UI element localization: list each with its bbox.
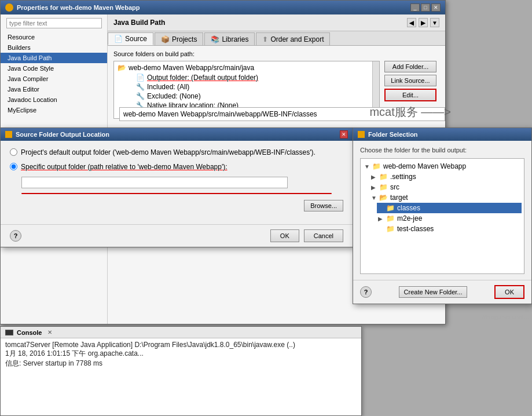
main-title-bar: Properties for web-demo Maven Webapp _ □… [1, 1, 445, 14]
browse-button[interactable]: Browse... [304, 200, 343, 211]
tree-included[interactable]: 🔧 Included: (All) [134, 82, 378, 92]
ft-src[interactable]: ▶ 📁 src [370, 182, 522, 192]
tree-output-folder[interactable]: 📄 Output folder: (Default output folder) [134, 73, 378, 82]
tab-bar: 📄 Source 📦 Projects 📚 Libraries ⬆ Order … [108, 31, 445, 46]
src-folder-icon: 📁 [379, 183, 388, 191]
nav-resource[interactable]: Resource [1, 32, 107, 42]
close-button[interactable]: ✕ [431, 3, 441, 12]
add-folder-button[interactable]: Add Folder... [384, 61, 436, 72]
ft-settings[interactable]: ▶ 📁 .settings [370, 171, 522, 182]
source-folders-label: Source folders on build path: [113, 50, 439, 57]
folder-dialog-description: Choose the folder for the build output: [360, 147, 524, 154]
expand-m2e-icon: ▶ [378, 216, 384, 222]
source-dialog-footer: ? OK Cancel [1, 224, 353, 247]
excluded-icon: 🔧 [136, 92, 145, 100]
radio-specific-label: Specific output folder (path relative to… [21, 162, 228, 172]
folder-dialog-ok[interactable]: OK [494, 285, 524, 299]
window-icon [5, 3, 13, 12]
source-dialog-content: Project's default output folder ('web-de… [1, 141, 353, 224]
console-content: tomcat7Server [Remote Java Application] … [1, 338, 361, 415]
source-folder-dialog: Source Folder Output Location ✕ Project'… [0, 127, 353, 247]
order-tab-icon: ⬆ [262, 35, 268, 43]
dropdown-arrow[interactable]: ▼ [430, 18, 439, 27]
source-dialog-help[interactable]: ? [10, 230, 21, 242]
libraries-tab-icon: 📚 [211, 35, 219, 43]
radio-default-label: Project's default output folder ('web-de… [21, 148, 315, 158]
folder-dialog-icon [358, 131, 365, 138]
minimize-button[interactable]: _ [410, 3, 420, 12]
watermark-text: //blog.csdn.net... [482, 313, 529, 320]
maximize-button[interactable]: □ [421, 3, 430, 12]
folder-dialog-footer: ? Create New Folder... OK [353, 280, 531, 304]
folder-selection-dialog: Folder Selection Choose the folder for t… [353, 127, 532, 304]
ft-root[interactable]: ▼ 📁 web-demo Maven Webapp [363, 161, 522, 171]
folder-open-icon: 📂 [118, 64, 126, 72]
radio-specific-input[interactable] [10, 163, 17, 170]
background-text: mcat服务 ——> [369, 104, 451, 120]
nav-java-editor[interactable]: Java Editor [1, 84, 107, 94]
expand-settings-icon: ▶ [371, 174, 377, 180]
right-header: Java Build Path ◀ ▶ ▼ [108, 14, 445, 31]
ft-test-classes[interactable]: 📁 test-classes [377, 224, 522, 234]
source-dialog-cancel[interactable]: Cancel [304, 229, 343, 242]
tab-projects[interactable]: 📦 Projects [155, 32, 203, 45]
console-title-bar: Console ✕ [1, 327, 361, 338]
tree-root-item[interactable]: 📂 web-demo Maven Webapp/src/main/java [115, 63, 378, 73]
ft-classes[interactable]: 📁 classes [377, 203, 522, 213]
console-line1: 1月 18, 2016 1:01:15 下午 org.apache.cata..… [5, 349, 357, 359]
console-line2: 信息: Server startup in 7788 ms [5, 359, 357, 368]
nav-javadoc-location[interactable]: Javadoc Location [1, 94, 107, 105]
console-icon [5, 330, 13, 335]
radio-default-input[interactable] [10, 148, 17, 156]
nav-builders[interactable]: Builders [1, 42, 107, 53]
folder-tree[interactable]: ▼ 📁 web-demo Maven Webapp ▶ 📁 .settings … [360, 158, 524, 274]
folder-dialog-title: Folder Selection [368, 131, 418, 138]
target-folder-icon: 📂 [379, 194, 388, 202]
expand-target-icon: ▼ [371, 195, 377, 201]
settings-folder-icon: 📁 [379, 173, 388, 181]
forward-arrow[interactable]: ▶ [419, 18, 428, 27]
ft-m2e-jee[interactable]: ▶ 📁 m2e-jee [377, 213, 522, 224]
source-dialog-icon [5, 131, 12, 138]
source-dialog-titlebar: Source Folder Output Location ✕ [1, 128, 353, 141]
m2e-folder-icon: 📁 [386, 214, 395, 222]
expand-src-icon: ▶ [371, 184, 377, 191]
specific-path-input[interactable] [21, 177, 288, 188]
test-folder-icon: 📁 [386, 225, 395, 233]
red-underline-decoration [21, 193, 332, 194]
tab-libraries[interactable]: 📚 Libraries [204, 32, 255, 45]
source-dialog-ok[interactable]: OK [270, 229, 299, 242]
create-folder-button[interactable]: Create New Folder... [399, 286, 468, 298]
nav-myeclipse[interactable]: MyEclipse [1, 105, 107, 115]
output-folder-icon: 📄 [136, 74, 145, 82]
console-panel: Console ✕ tomcat7Server [Remote Java App… [0, 326, 362, 416]
console-tab-close[interactable]: ✕ [47, 329, 52, 335]
nav-java-build-path[interactable]: Java Build Path [1, 53, 107, 63]
folder-dialog-help[interactable]: ? [360, 286, 372, 298]
nav-java-code-style[interactable]: Java Code Style [1, 63, 107, 74]
console-server-line: tomcat7Server [Remote Java Application] … [5, 341, 357, 349]
source-dialog-title: Source Folder Output Location [16, 131, 109, 138]
radio-option-default: Project's default output folder ('web-de… [10, 148, 343, 158]
window-controls: _ □ ✕ [410, 3, 441, 12]
classes-folder-icon: 📁 [386, 204, 395, 212]
link-source-button[interactable]: Link Source... [384, 75, 436, 86]
edit-button[interactable]: Edit... [384, 89, 436, 101]
root-folder-icon: 📁 [372, 162, 381, 170]
filter-input[interactable] [6, 18, 102, 28]
projects-tab-icon: 📦 [161, 35, 170, 43]
tab-order-export[interactable]: ⬆ Order and Export [256, 32, 330, 45]
back-arrow[interactable]: ◀ [407, 18, 416, 27]
source-tab-icon: 📄 [114, 35, 123, 43]
tab-source[interactable]: 📄 Source [108, 32, 153, 45]
expand-root-icon: ▼ [364, 163, 370, 170]
folder-dialog-titlebar: Folder Selection [353, 128, 531, 141]
ft-target[interactable]: ▼ 📂 target [370, 192, 522, 203]
window-title: Properties for web-demo Maven Webapp [17, 4, 140, 11]
source-dialog-close[interactable]: ✕ [340, 130, 348, 138]
console-label: Console [17, 329, 42, 336]
nav-java-compiler[interactable]: Java Compiler [1, 74, 107, 84]
folder-dialog-content: Choose the folder for the build output: … [353, 141, 531, 280]
panel-title: Java Build Path [113, 19, 165, 27]
tree-excluded[interactable]: 🔧 Excluded: (None) [134, 92, 378, 101]
